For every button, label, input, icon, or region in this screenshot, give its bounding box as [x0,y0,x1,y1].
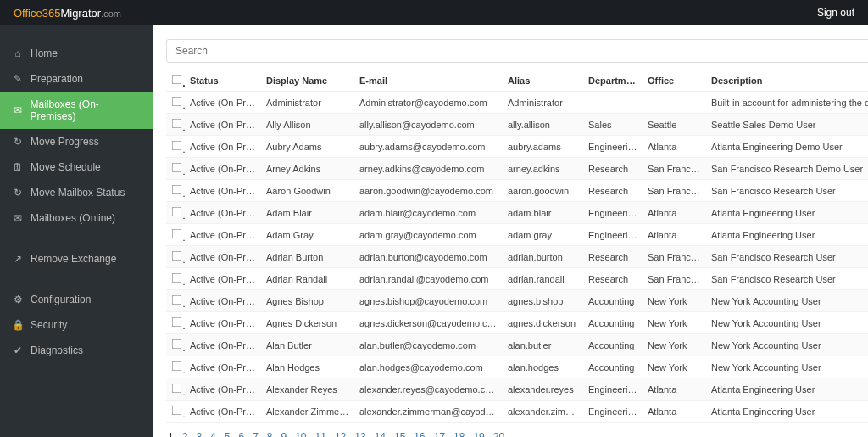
sidebar-item-security[interactable]: 🔒Security [0,312,153,338]
cell-email: arney.adkins@cayodemo.com [354,158,503,180]
col-status[interactable]: Status [185,70,261,92]
sidebar-item-configuration[interactable]: ⚙Configuration [0,287,153,312]
row-checkbox[interactable] [172,229,182,239]
page-link-10[interactable]: 10 [295,431,306,437]
col-alias[interactable]: Alias [503,70,583,92]
sidebar-icon: 🔒 [12,319,24,331]
table-row[interactable]: Active (On-Premises)Ally Allisonally.all… [166,114,868,136]
page-link-5[interactable]: 5 [225,431,231,437]
sidebar-item-preparation[interactable]: ✎Preparation [0,66,153,92]
sidebar-item-mailboxes-on-premises-[interactable]: ✉Mailboxes (On-Premises) [0,92,153,129]
cell-description: New York Accounting User [706,312,868,334]
page-link-11[interactable]: 11 [315,431,326,437]
cell-status: Active (On-Premises) [185,312,261,334]
cell-department: Engineering [583,224,643,246]
cell-status: Active (On-Premises) [185,92,261,114]
sign-out-link[interactable]: Sign out [817,7,854,19]
logo-primary: Office365 [14,7,60,20]
sidebar-item-mailboxes-online-[interactable]: ✉Mailboxes (Online) [0,205,153,231]
row-checkbox[interactable] [172,361,182,372]
page-link-14[interactable]: 14 [375,431,386,437]
table-row[interactable]: Active (On-Premises)Adrian Burtonadrian.… [166,246,868,268]
page-link-7[interactable]: 7 [253,431,259,437]
col-department[interactable]: Department [583,70,643,92]
cell-department: Research [583,180,643,202]
page-link-20[interactable]: 20 [493,431,504,437]
table-row[interactable]: Active (On-Premises)Aaron Goodwinaaron.g… [166,180,868,202]
col-email[interactable]: E-mail [354,70,503,92]
row-checkbox[interactable] [172,185,182,195]
table-row[interactable]: Active (On-Premises)Alexander Reyesalexa… [166,378,868,401]
row-checkbox[interactable] [172,317,182,328]
cell-alias: aubry.adams [503,136,583,158]
row-checkbox[interactable] [172,295,182,305]
table-row[interactable]: Active (On-Premises)Adrian Randalladrian… [166,268,868,290]
page-link-8[interactable]: 8 [267,431,273,437]
cell-status: Active (On-Premises) [185,202,261,224]
row-checkbox[interactable] [172,273,182,283]
row-checkbox[interactable] [172,97,182,107]
cell-department: Engineering [583,136,643,158]
col-description[interactable]: Description [706,70,868,92]
table-row[interactable]: Active (On-Premises)Agnes Dickersonagnes… [166,312,868,334]
table-row[interactable]: Active (On-Premises)Alexander Zimmermana… [166,401,868,423]
cell-office: Atlanta [643,224,706,246]
page-link-3[interactable]: 3 [196,431,202,437]
search-input[interactable] [175,45,868,57]
page-link-18[interactable]: 18 [453,431,465,437]
table-header-row: Status Display Name E-mail Alias Departm… [166,70,868,92]
page-link-9[interactable]: 9 [281,431,287,437]
table-row[interactable]: Active (On-Premises)Adam Blairadam.blair… [166,202,868,224]
cell-description: New York Accounting User [706,290,868,312]
sidebar-item-move-schedule[interactable]: 🗓Move Schedule [0,154,153,180]
table-row[interactable]: Active (On-Premises)Alan Butleralan.butl… [166,334,868,356]
sidebar-icon: ✎ [12,73,24,85]
row-checkbox[interactable] [172,119,182,129]
sidebar-item-remove-exchange[interactable]: ↗Remove Exchange [0,246,153,272]
table-row[interactable]: Active (On-Premises)Adam Grayadam.gray@c… [166,224,868,246]
sidebar-item-diagnostics[interactable]: ✔Diagnostics [0,338,153,363]
table-row[interactable]: Active (On-Premises)Alan Hodgesalan.hodg… [166,356,868,378]
page-link-19[interactable]: 19 [473,431,484,437]
table-row[interactable]: Active (On-Premises)Aubry Adamsaubry.ada… [166,136,868,158]
table-row[interactable]: Active (On-Premises)AdministratorAdminis… [166,92,868,114]
page-link-15[interactable]: 15 [394,431,405,437]
page-link-17[interactable]: 17 [434,431,445,437]
cell-office: Atlanta [643,202,706,224]
logo-secondary: Migrator [60,7,101,20]
sidebar-icon: ⚙ [12,294,24,305]
page-link-13[interactable]: 13 [354,431,365,437]
cell-office [643,92,706,114]
page-link-6[interactable]: 6 [238,431,244,437]
row-checkbox[interactable] [172,384,182,394]
cell-display-name: Aubry Adams [261,136,354,158]
cell-alias: ally.allison [503,114,583,136]
cell-status: Active (On-Premises) [185,334,261,356]
row-checkbox[interactable] [172,251,182,261]
cell-display-name: Administrator [261,92,354,114]
col-office[interactable]: Office [643,70,706,92]
row-checkbox[interactable] [172,141,182,151]
sidebar-item-move-mailbox-status[interactable]: ↻Move Mailbox Status [0,180,153,205]
row-checkbox[interactable] [172,207,182,217]
sidebar-item-label: Security [31,319,67,331]
col-display-name[interactable]: Display Name [261,70,354,92]
row-checkbox[interactable] [172,339,182,350]
cell-department: Accounting [583,290,643,312]
page-link-16[interactable]: 16 [414,431,425,437]
cell-display-name: Alexander Zimmerman [261,401,354,423]
table-row[interactable]: Active (On-Premises)Arney Adkinsarney.ad… [166,158,868,180]
cell-alias: alan.butler [503,334,583,356]
cell-alias: alexander.reyes [503,378,583,401]
sidebar-item-move-progress[interactable]: ↻Move Progress [0,129,153,154]
cell-office: Seattle [643,114,706,136]
page-link-4[interactable]: 4 [210,431,216,437]
row-checkbox[interactable] [172,163,182,173]
row-checkbox[interactable] [172,406,182,416]
table-row[interactable]: Active (On-Premises)Agnes Bishopagnes.bi… [166,290,868,312]
sidebar-icon: ✔ [12,345,24,356]
sidebar-item-home[interactable]: ⌂Home [0,41,153,66]
page-link-2[interactable]: 2 [182,431,188,437]
select-all-checkbox[interactable] [172,75,182,85]
page-link-12[interactable]: 12 [335,431,346,437]
